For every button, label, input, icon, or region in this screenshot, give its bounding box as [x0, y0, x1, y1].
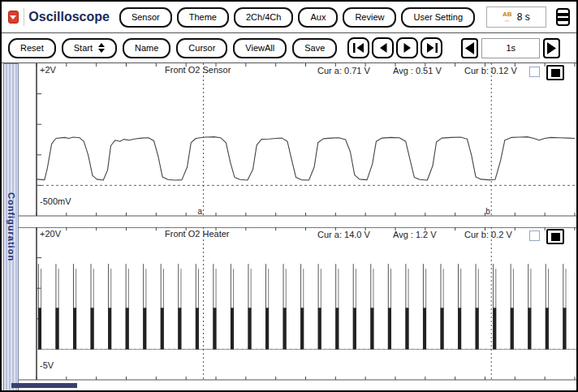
ch2-waveform-plot — [19, 227, 576, 381]
ch1-cursor-a-readout: Cur a: 0.71 V — [317, 66, 370, 75]
step-forward-button[interactable] — [396, 37, 418, 58]
ch2-scale-bottom: -5V — [40, 360, 54, 370]
save-button[interactable]: Save — [292, 38, 337, 58]
user-setting-button[interactable]: User Setting — [401, 7, 475, 28]
ch1-scale-bottom: -500mV — [40, 196, 71, 206]
ab-time-display: AB ↔ 8 s — [486, 6, 546, 28]
timebase-value: 1s — [481, 38, 540, 58]
arrow-right-icon — [402, 43, 413, 53]
skip-end-icon — [426, 43, 438, 53]
divider — [24, 8, 24, 26]
ch2-title: Front O2 Heater — [165, 229, 229, 239]
ch2-scale-top: +20V — [40, 229, 61, 239]
black-square-icon — [551, 69, 560, 77]
ab-time-value: 8 s — [517, 11, 530, 23]
top-toolbar: Oscilloscope Sensor Theme 2Ch/4Ch Aux Re… — [2, 2, 576, 33]
app-dropdown-button[interactable] — [8, 11, 19, 24]
timebase-decrease-button[interactable] — [461, 38, 478, 58]
record-nav-group — [347, 37, 442, 58]
ab-cursor-icon: AB ↔ — [503, 11, 512, 23]
ch1-title: Front O2 Sensor — [165, 65, 231, 75]
theme-button[interactable]: Theme — [177, 7, 229, 28]
ch2-channel-color-button[interactable] — [546, 229, 564, 244]
skip-start-button[interactable] — [347, 37, 369, 58]
ch1-cursor-b-readout: Cur b: 0.12 V — [464, 66, 517, 75]
timebase-group: 1s — [461, 38, 560, 58]
aux-button[interactable]: Aux — [298, 7, 338, 28]
name-button[interactable]: Name — [123, 38, 170, 58]
channel-2-panel: +20V Front O2 Heater Cur a: 14.0 V Avg :… — [19, 227, 576, 381]
main-area: Configuration +2V Front O2 Sensor Cur a:… — [2, 63, 576, 391]
channel-divider — [19, 218, 576, 227]
page-title: Oscilloscope — [28, 10, 110, 24]
ch2-avg-readout: Avg : 1.2 V — [393, 230, 437, 239]
ch1-waveform-plot: ab — [19, 63, 576, 218]
spinner-icon — [98, 43, 105, 53]
horizontal-scrollbar-thumb[interactable] — [11, 383, 77, 388]
cursor-button[interactable]: Cursor — [176, 38, 227, 58]
svg-text:b: b — [485, 207, 490, 216]
ch2-cursor-b-readout: Cur b: 0.2 V — [464, 230, 512, 239]
svg-text:a: a — [198, 207, 203, 216]
control-toolbar: Reset Start Name Cursor ViewAll Save — [2, 33, 576, 63]
skip-start-icon — [353, 43, 364, 53]
configuration-tab-label: Configuration — [6, 192, 16, 261]
configuration-tab[interactable]: Configuration — [3, 63, 19, 391]
ch1-channel-color-button[interactable] — [546, 65, 564, 80]
reset-button[interactable]: Reset — [8, 38, 56, 58]
ch1-checkbox[interactable] — [529, 67, 540, 77]
ch2-checkbox[interactable] — [529, 230, 540, 241]
arrow-left-icon — [464, 42, 475, 54]
arrow-right-icon — [546, 42, 557, 54]
arrow-left-icon — [377, 43, 389, 53]
ch1-scale-top: +2V — [40, 65, 56, 75]
channel-mode-button[interactable]: 2Ch/4Ch — [234, 7, 293, 28]
channel-1-panel: +2V Front O2 Sensor Cur a: 0.71 V Avg : … — [19, 63, 576, 218]
review-button[interactable]: Review — [343, 7, 396, 28]
caret-down-icon — [10, 15, 16, 19]
viewall-button[interactable]: ViewAll — [233, 38, 287, 58]
skip-end-button[interactable] — [421, 37, 442, 58]
split-view-icon — [558, 13, 568, 16]
timebase-increase-button[interactable] — [543, 38, 560, 58]
ch1-avg-readout: Avg : 0.51 V — [393, 66, 442, 75]
plot-area: +2V Front O2 Sensor Cur a: 0.71 V Avg : … — [19, 63, 576, 391]
sensor-button[interactable]: Sensor — [119, 7, 172, 28]
split-view-icon-button[interactable] — [556, 8, 570, 26]
black-square-icon — [551, 233, 560, 241]
ch2-cursor-a-readout: Cur a: 14.0 V — [317, 230, 370, 239]
oscilloscope-window: Oscilloscope Sensor Theme 2Ch/4Ch Aux Re… — [0, 0, 578, 392]
step-back-button[interactable] — [372, 37, 394, 58]
start-button[interactable]: Start — [62, 38, 117, 58]
